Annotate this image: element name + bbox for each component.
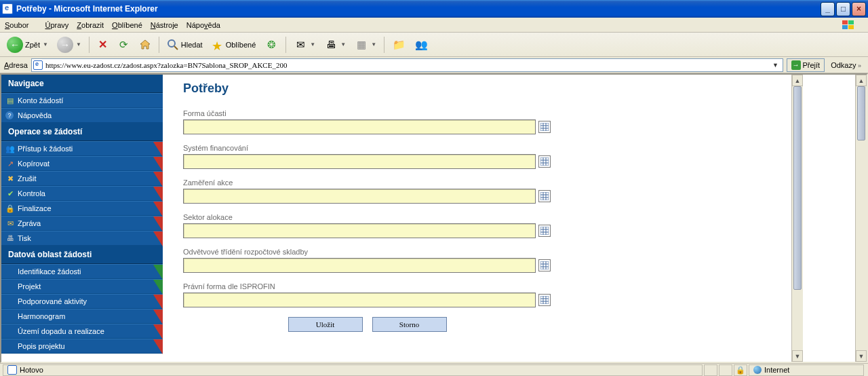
picker-button[interactable] [538, 225, 551, 237]
sidebar-item-zrusit[interactable]: ✖ Zrušit [1, 171, 163, 186]
mail-icon: ✉ [5, 219, 15, 228]
sidebar-header-navigace: Navigace [1, 75, 163, 93]
field-odvetvove-trideni[interactable] [183, 258, 536, 273]
inner-vertical-scrollbar[interactable]: ▲ ▼ [791, 75, 803, 362]
page-icon [33, 60, 43, 70]
sidebar-item-konto-zadosti[interactable]: ▤ Konto žádostí [1, 93, 163, 108]
windows-flag-icon [842, 20, 855, 31]
print-button[interactable]: 🖶 ▼ [321, 35, 349, 54]
messenger-button[interactable]: 👥 [411, 35, 431, 54]
sidebar-item-label: Projekt [18, 282, 41, 290]
print-icon: 🖶 [324, 38, 338, 52]
page-body: Navigace ▤ Konto žádostí ? Nápověda Oper… [1, 75, 791, 362]
field-sektor-alokace[interactable] [183, 223, 536, 238]
sidebar-item-label: Podporované aktivity [18, 297, 87, 305]
status-text: Hotovo [20, 366, 43, 374]
sidebar-item-napoveda[interactable]: ? Nápověda [1, 108, 163, 123]
svg-rect-2 [842, 25, 848, 29]
menu-oblibene[interactable]: Oblíbené [112, 21, 142, 29]
folder-button[interactable]: 📁 [389, 35, 409, 54]
status-pane-zone: Internet [749, 364, 864, 376]
menu-napoveda[interactable]: Nápověda [186, 21, 220, 29]
home-icon [139, 39, 151, 51]
field-forma-ucasti[interactable] [183, 119, 536, 134]
menu-zobrazit[interactable]: Zobrazit [77, 21, 104, 29]
mail-button[interactable]: ✉ ▼ [290, 35, 319, 54]
svg-rect-31 [540, 296, 549, 304]
refresh-button[interactable]: ⟳ [115, 35, 134, 54]
sidebar-item-podporovane[interactable]: Podporované aktivity [1, 294, 163, 309]
chevron-down-icon: ▼ [43, 41, 48, 48]
picker-button[interactable] [538, 259, 551, 271]
address-label: Adresa [4, 61, 28, 69]
scroll-thumb[interactable] [857, 86, 865, 140]
menu-soubor[interactable]: Soubor [5, 21, 37, 29]
outer-vertical-scrollbar[interactable]: ▲ ▼ [855, 75, 867, 362]
field-label-odvetvove-trideni: Odvětvové třídění rozpočtové skladby [183, 248, 771, 256]
forward-button[interactable]: → ▼ [54, 35, 85, 54]
grid-icon [540, 261, 549, 269]
svg-line-5 [174, 46, 178, 50]
check-icon: ✔ [5, 189, 15, 198]
forward-arrow-icon: → [57, 37, 73, 53]
field-zamereni-akce[interactable] [183, 189, 536, 204]
go-button[interactable]: → Přejít [787, 58, 825, 72]
save-button[interactable]: Uložit [288, 317, 363, 332]
address-input[interactable] [45, 61, 770, 69]
scroll-up-icon[interactable]: ▲ [792, 75, 803, 86]
scroll-down-icon[interactable]: ▼ [792, 350, 803, 362]
home-button[interactable] [136, 35, 155, 54]
history-button[interactable]: ❂ [261, 35, 281, 54]
sidebar-item-label: Popis projektu [18, 342, 65, 350]
svg-rect-21 [540, 227, 549, 235]
address-bar: Adresa ▼ → Přejít Odkazy [0, 57, 868, 73]
sidebar-item-projekt[interactable]: Projekt [1, 279, 163, 294]
sidebar-item-kopirovat[interactable]: ↗ Kopírovat [1, 156, 163, 171]
sidebar-item-finalizace[interactable]: 🔒 Finalizace [1, 201, 163, 216]
lock-icon: 🔒 [736, 366, 745, 375]
field-system-financovani[interactable] [183, 154, 536, 169]
favorites-button[interactable]: ★ Oblíbené [208, 35, 260, 54]
sidebar-item-harmonogram[interactable]: Harmonogram [1, 309, 163, 324]
sidebar-item-kontrola[interactable]: ✔ Kontrola [1, 186, 163, 201]
sidebar-item-zprava[interactable]: ✉ Zpráva [1, 216, 163, 231]
edit-button[interactable]: ▦ ▼ [351, 35, 380, 54]
close-button[interactable]: × [852, 2, 866, 16]
sidebar-item-tisk[interactable]: 🖶 Tisk [1, 231, 163, 246]
field-label-zamereni-akce: Zaměření akce [183, 178, 771, 187]
svg-rect-0 [842, 20, 848, 24]
window-title: Potřeby - Microsoft Internet Explorer [16, 4, 821, 14]
sidebar: Navigace ▤ Konto žádostí ? Nápověda Oper… [1, 75, 163, 362]
scroll-up-icon[interactable]: ▲ [856, 75, 867, 86]
sidebar-item-uzemi[interactable]: Území dopadu a realizace [1, 324, 163, 339]
page-title: Potřeby [183, 81, 771, 96]
back-label: Zpět [25, 41, 40, 49]
stop-button[interactable]: ✕ [94, 35, 113, 54]
back-button[interactable]: ← Zpět ▼ [3, 35, 52, 54]
picker-button[interactable] [538, 121, 551, 133]
sidebar-item-identifikace[interactable]: Identifikace žádosti [1, 264, 163, 279]
address-dropdown-icon[interactable]: ▼ [770, 62, 781, 69]
sidebar-item-label: Identifikace žádosti [18, 267, 81, 276]
picker-button[interactable] [538, 294, 551, 306]
sidebar-item-pristup[interactable]: 👥 Přístup k žádosti [1, 141, 163, 156]
sidebar-item-popis[interactable]: Popis projektu [1, 339, 163, 354]
grid-icon [540, 296, 549, 304]
maximize-button[interactable]: □ [836, 2, 850, 16]
people-icon: 👥 [5, 144, 15, 153]
picker-button[interactable] [538, 155, 551, 168]
menu-nastroje[interactable]: Nástroje [151, 21, 178, 29]
field-pravni-forma[interactable] [183, 293, 536, 307]
picker-button[interactable] [538, 190, 551, 202]
menu-upravy[interactable]: Úpravy [45, 21, 68, 29]
search-button[interactable]: Hledat [163, 35, 206, 54]
links-button[interactable]: Odkazy [828, 61, 864, 69]
cancel-button[interactable]: Storno [372, 317, 447, 332]
sidebar-item-label: Přístup k žádosti [18, 145, 73, 153]
scroll-thumb[interactable] [793, 86, 802, 290]
address-field-wrap[interactable]: ▼ [31, 58, 783, 72]
scroll-down-icon[interactable]: ▼ [856, 350, 867, 362]
field-label-sektor-alokace: Sektor alokace [183, 213, 771, 221]
content-gutter [803, 75, 855, 362]
minimize-button[interactable]: _ [821, 2, 835, 16]
